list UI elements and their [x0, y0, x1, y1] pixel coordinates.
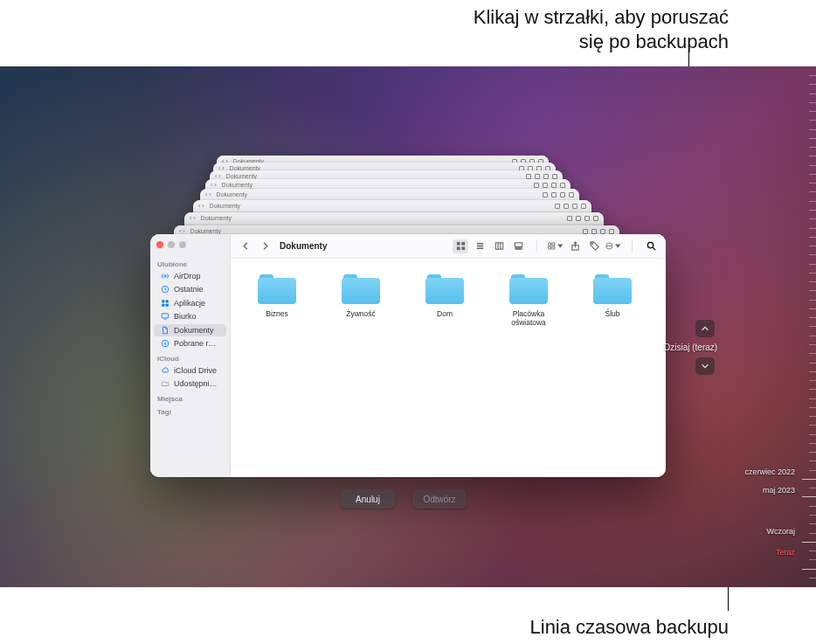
airdrop-icon: [161, 272, 169, 280]
svg-point-26: [611, 246, 612, 246]
folder-icon: [258, 274, 296, 304]
svg-rect-4: [162, 303, 164, 306]
annotation-top: Klikaj w strzałki, aby poruszać się po b…: [474, 5, 729, 53]
svg-rect-14: [515, 248, 516, 249]
folder-label: Żywność: [346, 309, 376, 318]
restore-label: Odtwórz: [423, 495, 455, 504]
minimize-button[interactable]: [168, 241, 175, 248]
sidebar-item-documents[interactable]: Dokumenty: [154, 324, 226, 336]
svg-rect-2: [162, 300, 164, 302]
sidebar-item-icloud-drive[interactable]: iCloud Drive: [154, 364, 226, 377]
sidebar-item-recents[interactable]: Ostatnie: [154, 283, 226, 295]
document-icon: [161, 326, 169, 335]
toolbar-divider: [536, 240, 537, 253]
folder-label: Biznes: [266, 309, 288, 318]
backup-next-button[interactable]: [695, 357, 715, 375]
svg-rect-9: [461, 242, 465, 246]
backup-nav: Dzisiaj (teraz): [678, 320, 731, 380]
sidebar-item-airdrop[interactable]: AirDrop: [154, 270, 226, 282]
sidebar-item-label: Ostatnie: [174, 285, 204, 294]
restore-button[interactable]: Odtwórz: [412, 489, 467, 509]
toolbar-divider: [632, 240, 633, 253]
svg-point-24: [607, 246, 608, 246]
share-button[interactable]: [567, 239, 583, 253]
annotation-bottom: Linia czasowa backupu: [530, 616, 729, 639]
group-by-button[interactable]: [548, 239, 564, 253]
sidebar-section-places: Miejsca: [150, 393, 230, 403]
svg-rect-17: [549, 243, 551, 246]
folder-grid: Biznes Żywność Dom Placówka oświatowa Śl…: [231, 259, 666, 477]
folder-item[interactable]: Dom: [416, 274, 474, 461]
timeline-label-now[interactable]: Teraz: [776, 548, 795, 557]
sidebar-section-tags: Tagi: [150, 406, 230, 416]
action-bar: Anuluj Odtwórz: [341, 489, 467, 509]
folder-item[interactable]: Biznes: [248, 274, 306, 461]
svg-point-22: [591, 243, 592, 244]
svg-rect-5: [166, 303, 169, 306]
zoom-button[interactable]: [179, 241, 186, 248]
svg-rect-16: [520, 248, 522, 249]
window-title: Dokumenty: [280, 241, 327, 251]
backup-current-label: Dzisiaj (teraz): [664, 343, 717, 352]
sidebar-item-label: Biurko: [174, 312, 197, 321]
folder-icon: [425, 274, 464, 304]
svg-rect-8: [456, 242, 460, 246]
sidebar-item-applications[interactable]: Aplikacje: [154, 297, 226, 309]
sidebar-item-label: Pobrane r…: [174, 339, 217, 348]
svg-rect-18: [552, 243, 555, 246]
annotation-top-line2: się po backupach: [579, 31, 729, 52]
clock-icon: [161, 285, 169, 294]
timeline-label[interactable]: maj 2023: [763, 486, 795, 495]
desktop-icon: [161, 312, 169, 321]
folder-icon: [342, 274, 380, 304]
folder-item[interactable]: Ślub: [584, 274, 641, 461]
more-button[interactable]: [605, 239, 621, 253]
apps-icon: [161, 299, 169, 308]
cloud-icon: [161, 366, 169, 375]
time-machine-stage: ‹ ›Dokumenty ‹ ›Dokumenty ‹ ›Dokumenty ‹…: [0, 66, 816, 587]
nav-back-button[interactable]: [238, 239, 253, 253]
close-button[interactable]: [156, 241, 163, 248]
cancel-button[interactable]: Anuluj: [341, 489, 395, 509]
sidebar-item-shared[interactable]: Udostępniane: [154, 377, 226, 390]
folder-item[interactable]: Placówka oświatowa: [500, 274, 557, 461]
backup-timeline[interactable]: czerwiec 2022 maj 2023 Wczoraj Teraz: [741, 66, 816, 587]
folder-label: Placówka oświatowa: [500, 309, 557, 327]
sidebar-item-label: AirDrop: [174, 272, 201, 280]
svg-rect-13: [515, 243, 522, 247]
view-icons-button[interactable]: [453, 239, 468, 253]
folder-label: Dom: [437, 309, 453, 318]
svg-rect-3: [166, 300, 169, 302]
svg-point-27: [647, 242, 653, 247]
backup-prev-button[interactable]: [695, 320, 715, 337]
svg-point-0: [164, 274, 167, 277]
sidebar-item-downloads[interactable]: Pobrane r…: [154, 337, 226, 350]
view-switcher: [453, 239, 526, 253]
cancel-label: Anuluj: [356, 495, 380, 504]
view-list-button[interactable]: [472, 239, 488, 253]
svg-rect-6: [162, 314, 169, 318]
sidebar-item-label: Dokumenty: [174, 326, 214, 335]
sidebar-item-desktop[interactable]: Biurko: [154, 310, 226, 322]
sidebar-section-favorites: Ulubione: [150, 259, 230, 268]
folder-label: Ślub: [605, 309, 619, 318]
annotation-top-line1: Klikaj w strzałki, aby poruszać: [474, 6, 729, 28]
sidebar-item-label: Udostępniane: [174, 379, 221, 388]
svg-rect-15: [517, 248, 519, 249]
timeline-ticks: [797, 75, 816, 578]
timeline-label[interactable]: czerwiec 2022: [744, 467, 795, 476]
sidebar-item-label: iCloud Drive: [174, 366, 217, 375]
folder-icon: [593, 274, 632, 304]
finder-window: Ulubione AirDrop Ostatnie Aplikacje Biur…: [150, 234, 666, 477]
download-icon: [161, 339, 169, 348]
search-button[interactable]: [643, 239, 659, 253]
view-columns-button[interactable]: [491, 239, 507, 253]
window-controls: [150, 239, 230, 255]
folder-icon: [509, 274, 548, 304]
timeline-label[interactable]: Wczoraj: [766, 527, 795, 536]
svg-point-25: [609, 246, 610, 246]
tag-button[interactable]: [586, 239, 602, 253]
folder-item[interactable]: Żywność: [332, 274, 390, 461]
view-gallery-button[interactable]: [510, 239, 526, 253]
nav-forward-button[interactable]: [257, 239, 273, 253]
